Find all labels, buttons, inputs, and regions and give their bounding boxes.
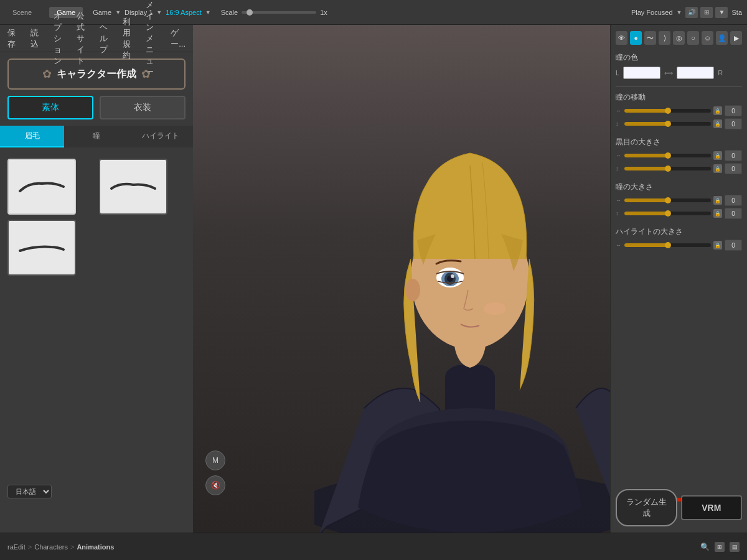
vrm-btn[interactable]: VRM	[681, 495, 743, 520]
scale-value: 1x	[320, 9, 327, 16]
unity-top-bar: Scene Game Game ▼ Display 1 ▼ 16:9 Aspec…	[0, 0, 747, 25]
eyebrow-grid	[0, 154, 193, 281]
eye-color-swatch-r[interactable]	[677, 67, 714, 79]
lock-1[interactable]: 🔒	[713, 106, 722, 115]
play-icon-group: 🔊 ⊞ ▼	[685, 7, 728, 18]
eyebrow-card-1[interactable]	[7, 159, 76, 215]
costume-tab[interactable]: 衣装	[100, 96, 186, 119]
game-dropdown-arrow[interactable]: ▼	[115, 9, 121, 16]
menu-options[interactable]: オプション	[54, 11, 62, 67]
slider-track-4[interactable]	[624, 167, 711, 170]
slider-track-6[interactable]	[624, 212, 711, 215]
slider-row-4: ↕ 🔒 0	[616, 163, 742, 174]
play-focused-arrow[interactable]: ▼	[677, 9, 682, 16]
eyebrow-svg-2	[108, 177, 158, 196]
sub-tab-highlight[interactable]: ハイライト	[129, 126, 193, 147]
arrow-v3: ↕	[616, 210, 622, 217]
game-label: Game	[93, 9, 111, 16]
breadcrumb: raEdit > Characters > Animations	[7, 543, 114, 551]
sub-tab-eyebrow[interactable]: 眉毛	[0, 126, 64, 147]
status-icon-2[interactable]: ▤	[730, 542, 740, 552]
menu-game[interactable]: ゲー...	[171, 27, 186, 50]
slider-track-1[interactable]	[624, 109, 711, 113]
slider-track-2[interactable]	[624, 122, 711, 126]
slider-row-2: ↕ 🔒 0	[616, 118, 742, 129]
menu-main[interactable]: メインメニュー	[146, 0, 156, 78]
aspect-dropdown-arrow[interactable]: ▼	[205, 9, 211, 16]
eye-color-swatch-l[interactable]	[623, 67, 660, 79]
eye-color-label: 瞳の色	[616, 52, 742, 63]
scale-bar[interactable]	[242, 11, 316, 14]
slider-track-5[interactable]	[624, 198, 711, 202]
icon-tab-face[interactable]: ☺	[702, 31, 713, 45]
svg-point-5	[405, 279, 420, 301]
language-selector[interactable]: 日本語	[7, 485, 52, 498]
search-icon[interactable]: 🔍	[700, 543, 710, 551]
lock-4[interactable]: 🔒	[713, 164, 722, 173]
icon-tab-wave[interactable]: 〜	[644, 31, 656, 45]
lock-7[interactable]: 🔒	[713, 241, 722, 250]
icon-tab-play[interactable]: ▶	[730, 31, 742, 45]
menu-official[interactable]: 公式サイト	[77, 11, 85, 67]
eyebrow-card-3[interactable]	[7, 220, 76, 276]
status-right: 🔍 ⊞ ▤	[700, 542, 740, 552]
menu-save[interactable]: 保存	[7, 27, 16, 50]
scene-tab[interactable]: Scene	[5, 7, 39, 18]
icon-tab-active[interactable]: ●	[630, 31, 642, 45]
icon-tab-eye[interactable]: 👁	[616, 31, 627, 45]
right-panel: 👁 ● 〜 ⟩ ◎ ○ ☺ 👤 ▶ 瞳の色 L ⟺ R 瞳の移動 ↔	[610, 25, 747, 533]
scale-label: Scale	[221, 9, 238, 16]
lock-5[interactable]: 🔒	[713, 196, 722, 205]
stats-icon-btn[interactable]: ⊞	[700, 7, 713, 18]
status-icon-1[interactable]: ⊞	[715, 542, 725, 552]
panel-header: ✿ キャラクター作成 ✿	[7, 58, 186, 90]
sub-tabs: 眉毛 瞳 ハイライト	[0, 126, 193, 147]
slider-fill-2	[624, 122, 668, 126]
lock-6[interactable]: 🔒	[713, 209, 722, 218]
eyebrow-card-2[interactable]	[99, 159, 167, 215]
icon-tab-circle[interactable]: ○	[687, 31, 699, 45]
breadcrumb-sep2: >	[70, 543, 74, 551]
ornament-left: ✿	[42, 67, 52, 81]
display-dropdown-arrow[interactable]: ▼	[156, 9, 162, 16]
slider-val-7: 0	[725, 240, 742, 251]
lock-3[interactable]: 🔒	[713, 151, 722, 160]
icon-tab-body[interactable]: 👤	[716, 31, 728, 45]
highlight-title: ハイライトの大きさ	[616, 226, 742, 237]
slider-thumb-7	[665, 242, 671, 248]
arrow-h3: ↔	[616, 197, 622, 203]
lock-2[interactable]: 🔒	[713, 119, 722, 128]
mute-button[interactable]: 🔇	[205, 475, 225, 495]
main-area: 保存 読込 オプション 公式サイト ヘルプ 利用規約 メインメニュー ゲー...…	[0, 25, 747, 533]
slider-fill-1	[624, 109, 668, 113]
slider-track-3[interactable]	[624, 154, 711, 157]
body-tab[interactable]: 素体	[7, 96, 93, 119]
slider-thumb-5	[665, 197, 671, 203]
status-bar: raEdit > Characters > Animations 🔍 ⊞ ▤	[0, 533, 747, 560]
slider-row-6: ↕ 🔒 0	[616, 208, 742, 219]
breadcrumb-path1: raEdit	[7, 543, 26, 551]
random-btn[interactable]: ランダム生成	[616, 489, 677, 526]
menu-terms[interactable]: 利用規約	[123, 16, 131, 61]
arrow-h4: ↔	[616, 242, 622, 248]
mute-icon-btn[interactable]: 🔊	[685, 7, 698, 18]
menu-help[interactable]: ヘルプ	[100, 22, 108, 55]
menu-load[interactable]: 読込	[31, 27, 39, 50]
breadcrumb-sep1: >	[28, 543, 32, 551]
slider-val-2: 0	[725, 118, 742, 129]
slider-val-4: 0	[725, 163, 742, 174]
icon-tab-arrows[interactable]: ⟩	[659, 31, 670, 45]
info-icon-btn[interactable]: ▼	[715, 7, 728, 18]
slider-thumb-6	[665, 210, 671, 217]
slider-fill-5	[624, 198, 668, 202]
slider-val-5: 0	[725, 195, 742, 206]
slider-track-7[interactable]	[624, 243, 711, 247]
arrow-v: ↕	[616, 121, 622, 127]
slider-thumb-1	[665, 108, 671, 114]
slider-row-7: ↔ 🔒 0	[616, 240, 742, 251]
icon-tab-eye2[interactable]: ◎	[673, 31, 685, 45]
slider-fill-7	[624, 243, 668, 247]
l-label: L	[616, 69, 619, 77]
sub-tab-eye[interactable]: 瞳	[64, 126, 128, 147]
m-button[interactable]: M	[205, 450, 225, 470]
